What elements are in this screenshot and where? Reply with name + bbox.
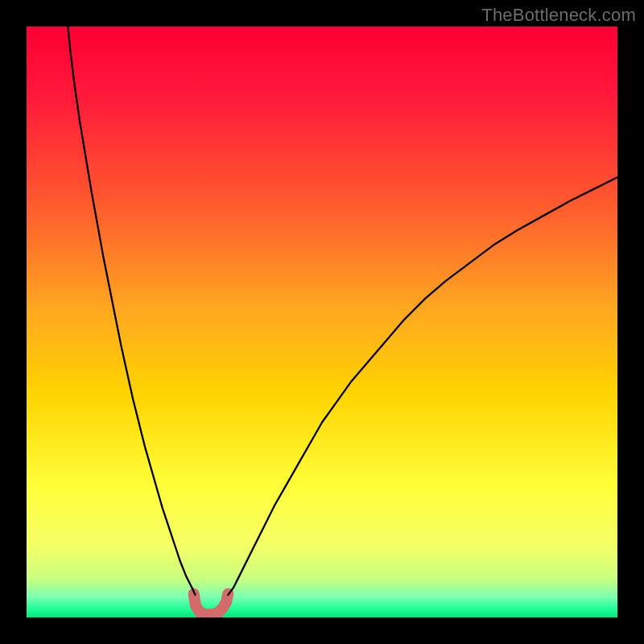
chart-stage: TheBottleneck.com bbox=[0, 0, 644, 644]
chart-svg bbox=[0, 0, 644, 644]
plot-background bbox=[27, 27, 617, 617]
watermark-text: TheBottleneck.com bbox=[481, 5, 636, 26]
